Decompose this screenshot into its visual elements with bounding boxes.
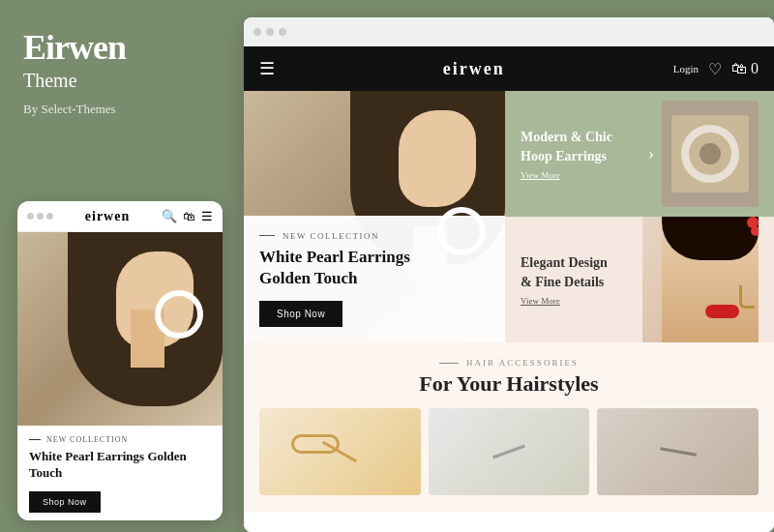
notification-badge-red-2	[751, 226, 759, 236]
view-more-hoop-link[interactable]: View More	[521, 170, 640, 180]
mobile-product-title: White Pearl Earrings Golden Touch	[29, 449, 211, 482]
hero-card-hoop-text: Modern & ChicHoop Earrings View More	[521, 128, 640, 179]
site-navbar: ☰ eirwen Login ♡ 🛍 0	[244, 46, 774, 91]
mobile-shop-now-button[interactable]: Shop Now	[29, 491, 101, 513]
hair-clip-1	[291, 434, 340, 454]
nav-right-group: Login ♡ 🛍 0	[673, 60, 759, 78]
hair-pin-3	[660, 447, 697, 457]
shop-now-button[interactable]: Shop Now	[259, 301, 342, 327]
hero-woman-2-image	[642, 217, 759, 342]
hero-product-name: White Pearl EarringsGolden Touch	[259, 248, 410, 287]
mobile-dot-2	[37, 213, 44, 220]
hero-left-panel: NEW COLLECTION White Pearl EarringsGolde…	[244, 91, 505, 342]
brand-name: Eirwen	[23, 29, 217, 68]
browser-topbar	[244, 17, 774, 46]
mobile-dots	[27, 213, 53, 220]
acc-line-left	[439, 363, 459, 364]
hero-card-elegant-title: Elegant Design& Fine Details	[521, 253, 642, 291]
hero-card-hoop: Modern & ChicHoop Earrings View More ›	[505, 91, 774, 217]
view-more-elegant-link[interactable]: View More	[521, 296, 642, 306]
hero-right-column: Modern & ChicHoop Earrings View More ›	[505, 91, 774, 342]
new-collection-label: NEW COLLECTION	[259, 231, 490, 241]
login-label[interactable]: Login	[673, 63, 699, 74]
mobile-icons: 🔍 🛍 ☰	[162, 209, 213, 224]
hero-card-elegant: Elegant Design& Fine Details View More	[505, 217, 774, 342]
hero-woman-face	[399, 110, 476, 207]
hamburger-icon[interactable]: ☰	[259, 58, 275, 79]
new-collection-text: NEW COLLECTION	[283, 231, 379, 241]
mobile-new-text: NEW COLLECTION	[46, 435, 128, 444]
accessories-category-label: HAIR ACCESSORIES	[259, 358, 759, 368]
mobile-menu-icon[interactable]: ☰	[201, 209, 213, 224]
hero-card-hoop-title: Modern & ChicHoop Earrings	[521, 128, 640, 165]
hero-arrow-icon[interactable]: ›	[648, 144, 654, 164]
accessories-grid	[259, 408, 759, 495]
hoop-product-image	[662, 101, 759, 207]
accessories-section: HAIR ACCESSORIES For Your Hairstyles	[244, 342, 774, 512]
left-panel: Eirwen Theme By Select-Themes eirwen 🔍 🛍…	[0, 0, 240, 532]
browser-dot-1	[253, 28, 261, 36]
hero-product-title: White Pearl EarringsGolden Touch	[259, 247, 490, 289]
mobile-earring	[155, 290, 203, 339]
by-label: By Select-Themes	[23, 102, 217, 117]
browser-mockup: ☰ eirwen Login ♡ 🛍 0 NEW	[244, 17, 774, 532]
mobile-content: NEW COLLECTION White Pearl Earrings Gold…	[17, 426, 223, 520]
accessory-item-2[interactable]	[429, 408, 590, 495]
wishlist-icon[interactable]: ♡	[708, 60, 722, 78]
mobile-dot-3	[46, 213, 53, 220]
mobile-topbar: eirwen 🔍 🛍 ☰	[17, 201, 223, 232]
site-logo: eirwen	[443, 59, 505, 79]
mobile-bag-icon[interactable]: 🛍	[183, 209, 195, 224]
browser-dot-2	[266, 28, 274, 36]
mobile-search-icon[interactable]: 🔍	[162, 209, 177, 224]
hero-card-elegant-text: Elegant Design& Fine Details View More	[521, 253, 642, 305]
browser-content: ☰ eirwen Login ♡ 🛍 0 NEW	[244, 46, 774, 532]
accessory-item-3[interactable]	[597, 408, 759, 495]
accessories-title: For Your Hairstyles	[259, 371, 759, 397]
mobile-new-collection-label: NEW COLLECTION	[29, 435, 211, 444]
acc-category-text: HAIR ACCESSORIES	[466, 358, 579, 368]
new-line	[259, 235, 275, 236]
mobile-dot-1	[27, 213, 34, 220]
hero-overlay: NEW COLLECTION White Pearl EarringsGolde…	[244, 216, 505, 342]
browser-dot-3	[279, 28, 286, 36]
accessory-item-1[interactable]	[259, 408, 421, 495]
cart-icon[interactable]: 🛍 0	[731, 60, 759, 77]
hair-pin-2	[492, 445, 525, 459]
mobile-new-line	[29, 439, 41, 440]
theme-label: Theme	[23, 70, 217, 92]
hero-section: NEW COLLECTION White Pearl EarringsGolde…	[244, 91, 774, 342]
mobile-hero-image	[17, 232, 223, 426]
mobile-logo: eirwen	[85, 209, 130, 224]
mobile-mockup: eirwen 🔍 🛍 ☰ NEW COLLECTION White Pearl …	[17, 201, 223, 520]
